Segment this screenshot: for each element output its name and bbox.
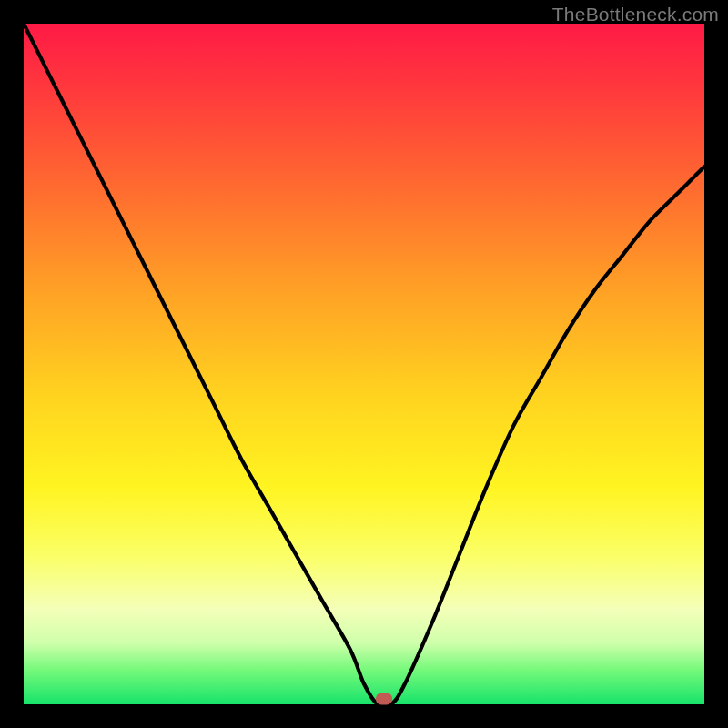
optimal-marker [376, 693, 392, 705]
watermark-text: TheBottleneck.com [552, 4, 719, 25]
bottleneck-curve [24, 24, 704, 704]
chart-frame: TheBottleneck.com [0, 0, 728, 728]
plot-area [24, 24, 704, 704]
